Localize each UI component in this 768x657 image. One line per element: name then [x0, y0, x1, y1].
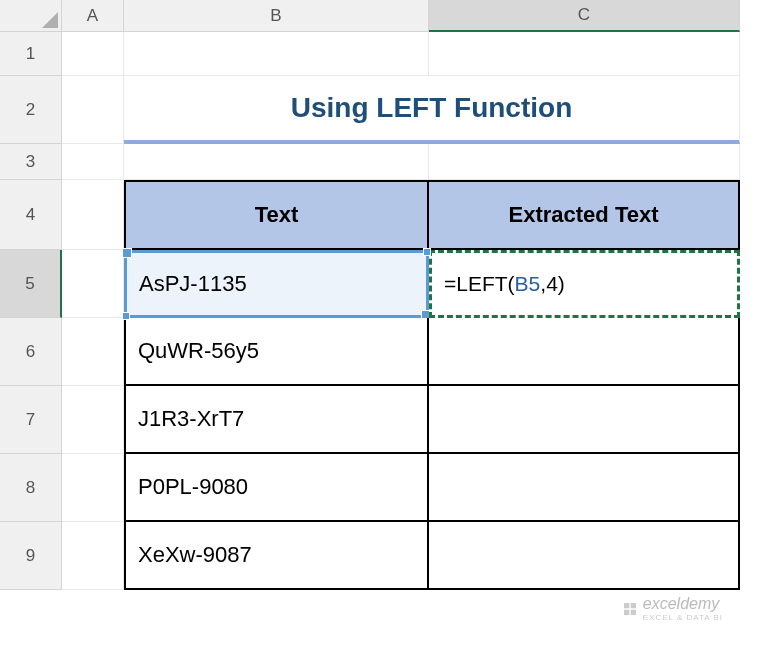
cell-a4[interactable] — [62, 180, 124, 250]
cell-a8[interactable] — [62, 454, 124, 522]
row-header-5[interactable]: 5 — [0, 250, 62, 318]
cell-b9[interactable]: XeXw-9087 — [124, 522, 429, 590]
cell-c3[interactable] — [429, 144, 740, 180]
cell-b1[interactable] — [124, 32, 429, 76]
cell-c1[interactable] — [429, 32, 740, 76]
table-header-text[interactable]: Text — [124, 180, 429, 250]
title-cell[interactable]: Using LEFT Function — [124, 76, 740, 144]
cell-c5-active[interactable]: =LEFT(B5,4) — [429, 250, 740, 318]
cell-c6[interactable] — [429, 318, 740, 386]
cell-b5-referenced[interactable]: AsPJ-1135 — [124, 250, 429, 318]
watermark-subtitle: EXCEL & DATA BI — [643, 613, 723, 622]
cell-c9[interactable] — [429, 522, 740, 590]
cell-a2[interactable] — [62, 76, 124, 144]
cell-a3[interactable] — [62, 144, 124, 180]
formula-suffix: ,4) — [540, 272, 565, 295]
row-header-6[interactable]: 6 — [0, 318, 62, 386]
table-header-extracted[interactable]: Extracted Text — [429, 180, 740, 250]
select-all-corner[interactable] — [0, 0, 62, 32]
cell-a6[interactable] — [62, 318, 124, 386]
cell-b8[interactable]: P0PL-9080 — [124, 454, 429, 522]
watermark: exceldemy EXCEL & DATA BI — [622, 595, 723, 622]
row-header-7[interactable]: 7 — [0, 386, 62, 454]
row-header-4[interactable]: 4 — [0, 180, 62, 250]
row-header-1[interactable]: 1 — [0, 32, 62, 76]
cell-a5[interactable] — [62, 250, 124, 318]
watermark-logo-icon — [622, 601, 638, 617]
cell-c7[interactable] — [429, 386, 740, 454]
cell-a7[interactable] — [62, 386, 124, 454]
cell-b3[interactable] — [124, 144, 429, 180]
formula-display: =LEFT(B5,4) — [444, 272, 565, 296]
col-header-b[interactable]: B — [124, 0, 429, 32]
cell-a1[interactable] — [62, 32, 124, 76]
row-header-3[interactable]: 3 — [0, 144, 62, 180]
row-header-8[interactable]: 8 — [0, 454, 62, 522]
col-header-c[interactable]: C — [429, 0, 740, 32]
row-header-2[interactable]: 2 — [0, 76, 62, 144]
selection-handle-icon — [423, 248, 431, 256]
row-header-9[interactable]: 9 — [0, 522, 62, 590]
formula-prefix: =LEFT( — [444, 272, 515, 295]
cell-b7[interactable]: J1R3-XrT7 — [124, 386, 429, 454]
cell-a9[interactable] — [62, 522, 124, 590]
formula-cell-reference: B5 — [515, 272, 541, 295]
watermark-text: exceldemy — [643, 595, 719, 612]
cell-b5-value: AsPJ-1135 — [139, 271, 247, 297]
cell-c8[interactable] — [429, 454, 740, 522]
col-header-a[interactable]: A — [62, 0, 124, 32]
spreadsheet-grid: A B C 1 2 Using LEFT Function 3 4 Text E… — [0, 0, 768, 590]
selection-handle-icon — [122, 312, 130, 320]
cell-b6[interactable]: QuWR-56y5 — [124, 318, 429, 386]
